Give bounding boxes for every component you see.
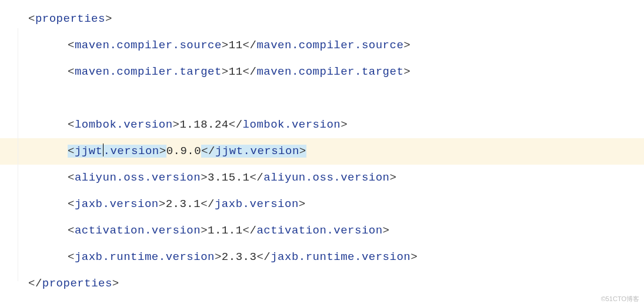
root-close-tag: </properties>	[0, 271, 644, 297]
text-cursor	[103, 144, 104, 156]
property-line: <maven.compiler.source>11</maven.compile…	[0, 32, 644, 59]
property-line-highlighted: <jjwt.version>0.9.0</jjwt.version>	[0, 138, 644, 165]
tag-value: 1.18.24	[179, 118, 228, 131]
blank-line	[0, 85, 644, 112]
tag-value: 11	[229, 39, 243, 52]
tag-close-name: maven.compiler.source	[256, 39, 403, 52]
tag-value: 1.1.1	[208, 224, 243, 237]
tag-value: 0.9.0	[166, 145, 202, 158]
tag-name: activation.version	[75, 224, 201, 237]
tag-name: maven.compiler.target	[75, 65, 222, 78]
root-tag-name: properties	[35, 12, 105, 25]
tag-name: lombok.version	[75, 118, 173, 131]
property-line: <maven.compiler.target>11</maven.compile…	[0, 59, 644, 85]
tag-value: 2.3.3	[222, 251, 257, 263]
property-line: <jaxb.runtime.version>2.3.3</jaxb.runtim…	[0, 244, 644, 271]
tag-close-name: lombok.version	[243, 118, 341, 131]
tag-close-name: activation.version	[256, 224, 382, 237]
tag-close-name: jaxb.version	[215, 198, 299, 211]
tag-name: jaxb.version	[75, 198, 159, 211]
property-line: <activation.version>1.1.1</activation.ve…	[0, 218, 644, 244]
tag-name: jaxb.runtime.version	[75, 251, 215, 263]
tag-value: 3.15.1	[208, 171, 249, 184]
tag-name: aliyun.oss.version	[75, 171, 201, 184]
property-line: <aliyun.oss.version>3.15.1</aliyun.oss.v…	[0, 165, 644, 191]
xml-code-block: <properties> <maven.compiler.source>11</…	[0, 0, 644, 297]
watermark: ©51CTO博客	[601, 295, 639, 303]
property-line: <jaxb.version>2.3.1</jaxb.version>	[0, 191, 644, 218]
tag-close-name: jaxb.runtime.version	[271, 251, 411, 263]
tag-close-name: jjwt.version	[215, 145, 299, 158]
gutter-line	[18, 28, 18, 281]
root-tag-close-name: properties	[42, 277, 112, 290]
tag-name: maven.compiler.source	[75, 39, 222, 52]
root-open-tag: <properties>	[0, 6, 644, 32]
property-line: <lombok.version>1.18.24</lombok.version>	[0, 112, 644, 138]
tag-value: 11	[229, 65, 243, 78]
tag-value: 2.3.1	[166, 198, 201, 211]
tag-close-name: maven.compiler.target	[256, 65, 403, 78]
tag-close-name: aliyun.oss.version	[263, 171, 389, 184]
